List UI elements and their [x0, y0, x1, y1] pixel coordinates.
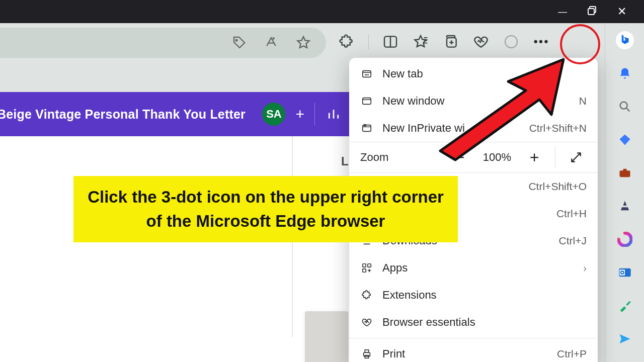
zoom-out-button[interactable]: − — [449, 147, 470, 168]
menu-label: Print — [382, 347, 548, 360]
svg-rect-16 — [363, 98, 371, 105]
settings-and-more-button[interactable]: ••• — [533, 33, 550, 50]
zoom-value: 100% — [477, 151, 517, 164]
menu-item-print[interactable]: Print Ctrl+P — [349, 340, 598, 362]
extensions-icon — [360, 290, 373, 301]
svg-point-5 — [505, 36, 517, 48]
menu-shortcut: Ctrl+Shift+N — [529, 122, 587, 134]
fullscreen-button[interactable] — [566, 147, 587, 168]
page-thumbnail[interactable] — [305, 311, 348, 362]
menu-shortcut: Ctrl+Shift+O — [528, 180, 587, 193]
analytics-icon[interactable] — [325, 106, 342, 123]
svg-rect-1 — [588, 9, 594, 15]
svg-rect-23 — [365, 350, 368, 353]
svg-rect-21 — [363, 269, 366, 272]
svg-rect-8 — [623, 169, 626, 171]
shopping-icon[interactable] — [616, 131, 634, 149]
canva-canvas — [0, 136, 351, 362]
svg-rect-19 — [363, 264, 366, 267]
address-bar[interactable] — [0, 28, 326, 58]
window-maximize-button[interactable] — [587, 6, 597, 18]
favorite-star-icon[interactable] — [295, 34, 312, 51]
menu-item-new-inprivate[interactable]: New InPrivate wi Ctrl+Shift+N — [349, 115, 598, 142]
add-member-button[interactable]: + — [295, 106, 304, 123]
menu-item-new-window[interactable]: New window N — [349, 87, 598, 115]
outlook-icon[interactable] — [616, 263, 634, 282]
svg-rect-20 — [368, 264, 371, 267]
split-screen-icon[interactable] — [382, 33, 399, 50]
search-icon[interactable] — [616, 98, 634, 116]
read-aloud-icon[interactable] — [263, 34, 280, 51]
header-divider — [314, 103, 315, 125]
user-avatar[interactable]: SA — [262, 103, 285, 126]
window-minimize-button[interactable]: — — [558, 7, 567, 17]
essentials-icon — [360, 317, 373, 328]
profile-icon[interactable] — [503, 33, 520, 50]
tools-icon[interactable] — [616, 297, 634, 315]
document-title: Beige Vintage Personal Thank You Letter — [0, 107, 246, 122]
zoom-in-button[interactable]: + — [524, 147, 545, 168]
bing-chat-icon[interactable] — [616, 31, 634, 49]
m365-icon[interactable] — [616, 230, 634, 248]
window-titlebar: — ✕ — [0, 0, 644, 23]
browser-toolbar: ••• — [0, 23, 644, 60]
svg-point-14 — [365, 74, 366, 75]
menu-shortcut: Ctrl+H — [556, 208, 587, 220]
svg-point-13 — [367, 74, 367, 75]
favorites-list-icon[interactable] — [412, 33, 429, 50]
svg-point-6 — [620, 102, 627, 109]
chevron-right-icon: › — [583, 262, 587, 274]
briefcase-icon[interactable] — [616, 164, 634, 182]
menu-divider — [349, 338, 598, 338]
svg-point-15 — [368, 74, 368, 75]
menu-label: New tab — [382, 67, 578, 80]
menu-shortcut: N — [579, 95, 587, 107]
zoom-label: Zoom — [360, 151, 442, 164]
svg-point-2 — [236, 40, 237, 41]
menu-item-apps[interactable]: Apps › — [349, 254, 598, 282]
canva-header: Beige Vintage Personal Thank You Letter … — [0, 92, 351, 136]
new-tab-icon — [360, 68, 373, 79]
svg-rect-24 — [365, 355, 368, 358]
edge-sidebar — [605, 23, 644, 362]
menu-item-browser-essentials[interactable]: Browser essentials — [349, 309, 598, 336]
menu-shortcut: Ctrl+J — [559, 235, 587, 247]
zoom-divider — [555, 147, 555, 168]
right-panel-letter-peek: L — [341, 154, 349, 168]
menu-label: New InPrivate wi — [382, 122, 520, 135]
menu-zoom-row: Zoom − 100% + — [349, 142, 598, 173]
toolbar-separator — [368, 34, 369, 49]
collections-icon[interactable] — [442, 33, 459, 50]
menu-label: Extensions — [382, 289, 587, 302]
svg-rect-7 — [619, 170, 630, 177]
new-window-icon — [360, 96, 373, 107]
window-close-button[interactable]: ✕ — [617, 5, 626, 18]
menu-label: New window — [382, 95, 570, 108]
menu-shortcut: Ctrl+P — [557, 348, 587, 360]
menu-label: Browser essentials — [382, 316, 587, 329]
price-tag-icon[interactable] — [230, 34, 248, 51]
games-icon[interactable] — [616, 197, 634, 215]
extensions-puzzle-icon[interactable] — [338, 33, 355, 50]
menu-label: Apps — [382, 261, 574, 275]
svg-rect-12 — [363, 71, 371, 77]
menu-item-extensions[interactable]: Extensions — [349, 282, 598, 309]
menu-item-new-tab[interactable]: New tab — [349, 60, 598, 87]
instruction-callout: Click the 3-dot icon on the upper right … — [73, 176, 458, 242]
print-icon — [360, 348, 373, 359]
browser-essentials-heart-icon[interactable] — [472, 33, 490, 50]
inprivate-icon — [360, 123, 373, 134]
notifications-icon[interactable] — [616, 64, 634, 82]
apps-icon — [360, 262, 373, 274]
send-icon[interactable] — [616, 330, 634, 348]
